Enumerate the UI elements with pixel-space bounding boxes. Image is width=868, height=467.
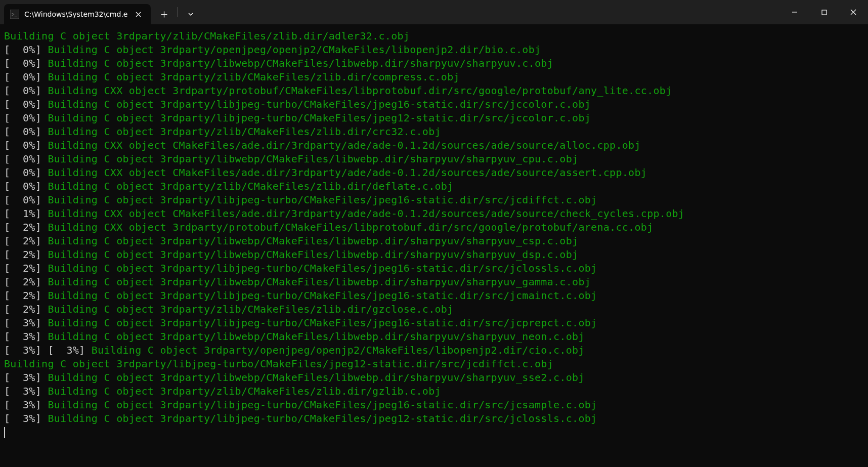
progress-bracket: [ 0%] <box>4 57 48 69</box>
tab-cmd[interactable]: >_ C:\Windows\System32\cmd.e <box>4 4 151 24</box>
terminal-line: [ 3%] Building C object 3rdparty/libjpeg… <box>4 316 864 330</box>
new-tab-button[interactable] <box>154 4 174 24</box>
build-message: Building C object 3rdparty/libjpeg-turbo… <box>48 412 597 424</box>
build-message: Building C object 3rdparty/libwebp/CMake… <box>48 330 584 343</box>
progress-bracket: [ 0%] <box>4 112 48 124</box>
progress-bracket: [ 0%] <box>4 194 48 206</box>
terminal-cursor-line <box>4 426 864 439</box>
build-message: Building CXX object 3rdparty/protobuf/CM… <box>48 84 672 97</box>
build-message: Building C object 3rdparty/libjpeg-turbo… <box>48 399 597 411</box>
progress-bracket: [ 0%] <box>4 44 48 56</box>
build-message: Building CXX object CMakeFiles/ade.dir/3… <box>48 166 647 179</box>
terminal-line: [ 0%] Building C object 3rdparty/zlib/CM… <box>4 70 864 84</box>
build-message: Building C object 3rdparty/zlib/CMakeFil… <box>4 30 410 42</box>
progress-bracket: [ 2%] <box>4 303 48 315</box>
build-message: Building C object 3rdparty/libwebp/CMake… <box>48 235 578 247</box>
progress-bracket: [ 3%] <box>4 371 48 384</box>
terminal-line: [ 0%] Building CXX object CMakeFiles/ade… <box>4 166 864 180</box>
build-message: Building CXX object 3rdparty/protobuf/CM… <box>48 221 653 233</box>
terminal-line: [ 3%] Building C object 3rdparty/zlib/CM… <box>4 385 864 398</box>
build-message: Building C object 3rdparty/libwebp/CMake… <box>48 276 591 288</box>
progress-bracket: [ 3%] <box>4 330 48 343</box>
titlebar: >_ C:\Windows\System32\cmd.e <box>0 0 868 24</box>
build-message: Building C object 3rdparty/openjpeg/open… <box>92 344 585 356</box>
tab-actions-divider <box>177 7 178 17</box>
terminal-line: Building C object 3rdparty/libjpeg-turbo… <box>4 357 864 371</box>
progress-bracket: [ 3%] <box>4 317 48 329</box>
terminal-line: [ 1%] Building CXX object CMakeFiles/ade… <box>4 207 864 221</box>
minimize-button[interactable] <box>780 0 809 24</box>
terminal-line: [ 0%] Building C object 3rdparty/libwebp… <box>4 57 864 70</box>
progress-bracket: [ 0%] <box>4 71 48 83</box>
progress-bracket: [ 1%] <box>4 207 48 220</box>
terminal-line: [ 0%] Building C object 3rdparty/libwebp… <box>4 152 864 166</box>
terminal-line: [ 0%] Building C object 3rdparty/zlib/CM… <box>4 125 864 139</box>
terminal-line: [ 2%] Building CXX object 3rdparty/proto… <box>4 221 864 234</box>
terminal-line: [ 3%] Building C object 3rdparty/libjpeg… <box>4 398 864 412</box>
progress-bracket: [ 0%] <box>4 139 48 151</box>
progress-bracket: [ 2%] <box>4 289 48 302</box>
terminal-line: [ 0%] Building C object 3rdparty/libjpeg… <box>4 98 864 111</box>
terminal-line: [ 3%] Building C object 3rdparty/libjpeg… <box>4 412 864 426</box>
window-controls <box>780 0 868 24</box>
terminal-line: [ 0%] Building C object 3rdparty/zlib/CM… <box>4 180 864 193</box>
build-message: Building C object 3rdparty/libwebp/CMake… <box>48 153 578 165</box>
tabstrip: >_ C:\Windows\System32\cmd.e <box>0 0 780 24</box>
progress-bracket: [ 0%] <box>4 98 48 110</box>
progress-bracket: [ 2%] <box>4 235 48 247</box>
progress-bracket: [ 0%] <box>4 84 48 97</box>
terminal-line: [ 2%] Building C object 3rdparty/libwebp… <box>4 248 864 262</box>
terminal-line: Building C object 3rdparty/zlib/CMakeFil… <box>4 29 864 43</box>
maximize-button[interactable] <box>809 0 839 24</box>
terminal-line: [ 2%] Building C object 3rdparty/libwebp… <box>4 275 864 289</box>
tab-title: C:\Windows\System32\cmd.e <box>24 10 127 18</box>
tab-close-button[interactable] <box>133 9 144 20</box>
tab-dropdown-button[interactable] <box>181 4 201 24</box>
build-message: Building C object 3rdparty/libwebp/CMake… <box>48 57 553 69</box>
build-message: Building C object 3rdparty/libjpeg-turbo… <box>4 358 553 370</box>
progress-bracket: [ 2%] <box>4 262 48 274</box>
tab-actions <box>151 0 201 24</box>
build-message: Building C object 3rdparty/libjpeg-turbo… <box>48 112 591 124</box>
build-message: Building C object 3rdparty/libjpeg-turbo… <box>48 194 597 206</box>
build-message: Building CXX object CMakeFiles/ade.dir/3… <box>48 139 640 151</box>
progress-bracket: [ 0%] <box>4 180 48 192</box>
build-message: Building C object 3rdparty/zlib/CMakeFil… <box>48 71 460 83</box>
build-message: Building CXX object CMakeFiles/ade.dir/3… <box>48 207 684 220</box>
build-message: Building C object 3rdparty/zlib/CMakeFil… <box>48 303 453 315</box>
build-message: Building C object 3rdparty/libwebp/CMake… <box>48 248 578 261</box>
terminal-line: [ 3%] Building C object 3rdparty/libwebp… <box>4 371 864 385</box>
build-message: Building C object 3rdparty/libjpeg-turbo… <box>48 262 597 274</box>
progress-bracket: [ 3%] <box>4 385 48 397</box>
progress-bracket: [ 0%] <box>4 153 48 165</box>
progress-bracket: [ 3%] <box>4 412 48 424</box>
build-message: Building C object 3rdparty/libjpeg-turbo… <box>48 98 591 110</box>
build-message: Building C object 3rdparty/openjpeg/open… <box>48 44 541 56</box>
svg-text:>_: >_ <box>12 12 18 17</box>
build-message: Building C object 3rdparty/zlib/CMakeFil… <box>48 385 441 397</box>
terminal-line: [ 2%] Building C object 3rdparty/libjpeg… <box>4 289 864 303</box>
build-message: Building C object 3rdparty/zlib/CMakeFil… <box>48 180 453 192</box>
progress-bracket: [ 3%] <box>4 399 48 411</box>
svg-rect-2 <box>822 10 827 15</box>
build-message: Building C object 3rdparty/zlib/CMakeFil… <box>48 125 441 138</box>
terminal-line: [ 3%] [ 3%] Building C object 3rdparty/o… <box>4 344 864 357</box>
progress-bracket: [ 3%] [ 3%] <box>4 344 92 356</box>
terminal-output[interactable]: Building C object 3rdparty/zlib/CMakeFil… <box>0 24 868 467</box>
terminal-line: [ 2%] Building C object 3rdparty/libwebp… <box>4 234 864 248</box>
progress-bracket: [ 0%] <box>4 125 48 138</box>
terminal-line: [ 2%] Building C object 3rdparty/libjpeg… <box>4 262 864 275</box>
terminal-line: [ 0%] Building C object 3rdparty/libjpeg… <box>4 111 864 125</box>
terminal-line: [ 2%] Building C object 3rdparty/zlib/CM… <box>4 303 864 316</box>
build-message: Building C object 3rdparty/libjpeg-turbo… <box>48 289 597 302</box>
terminal-line: [ 3%] Building C object 3rdparty/libwebp… <box>4 330 864 344</box>
progress-bracket: [ 2%] <box>4 276 48 288</box>
progress-bracket: [ 0%] <box>4 166 48 179</box>
terminal-line: [ 0%] Building C object 3rdparty/libjpeg… <box>4 193 864 207</box>
terminal-line: [ 0%] Building CXX object 3rdparty/proto… <box>4 84 864 98</box>
terminal-line: [ 0%] Building CXX object CMakeFiles/ade… <box>4 139 864 152</box>
terminal-line: [ 0%] Building C object 3rdparty/openjpe… <box>4 43 864 57</box>
cmd-icon: >_ <box>10 10 19 19</box>
progress-bracket: [ 2%] <box>4 248 48 261</box>
window-close-button[interactable] <box>839 0 868 24</box>
